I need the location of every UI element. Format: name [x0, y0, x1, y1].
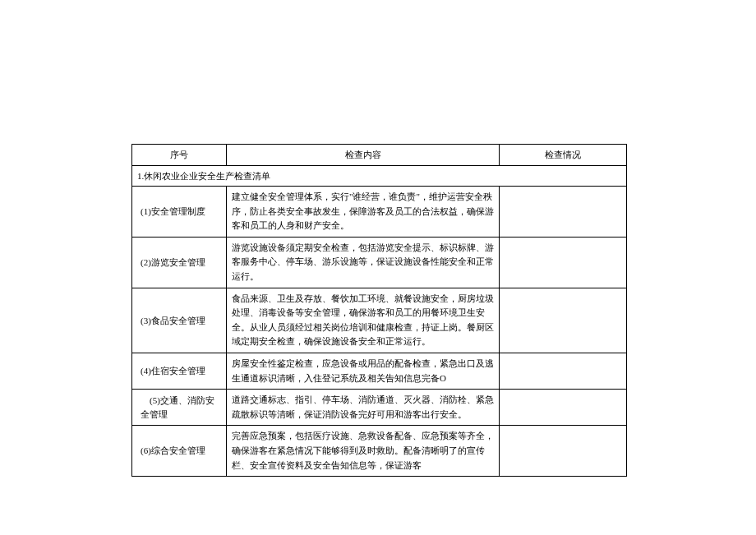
row-content: 道路交通标志、指引、停车场、消防通道、灭火器、消防栓、紧急疏散标识等清晰，保证消… — [227, 390, 500, 426]
row-status — [500, 353, 627, 389]
table-header-row: 序号 检查内容 检查情况 — [132, 145, 627, 166]
row-label: (5)交通、消防安全管理 — [132, 390, 227, 426]
table-row: (2)游览安全管理 游览设施设备须定期安全检查，包括游览安全提示、标识标牌、游客… — [132, 237, 627, 288]
table-row: (3)食品安全管理 食品来源、卫生及存放、餐饮加工环境、就餐设施安全，厨房垃圾处… — [132, 288, 627, 353]
row-label: (2)游览安全管理 — [132, 237, 227, 288]
row-content: 房屋安全性鉴定检查，应急设备或用品的配备检查，紧急出口及逃生通道标识清晰，入住登… — [227, 353, 500, 389]
table-row: (1)安全管理制度 建立健全安全管理体系，实行"谁经营，谁负责"，维护运营安全秩… — [132, 187, 627, 238]
row-label: (6)综合安全管理 — [132, 426, 227, 477]
section-header-row: 1.休闲农业企业安全生产检查清单 — [132, 165, 627, 187]
section-title: 1.休闲农业企业安全生产检查清单 — [132, 165, 627, 187]
row-content: 建立健全安全管理体系，实行"谁经营，谁负责"，维护运营安全秩序，防止各类安全事故… — [227, 187, 500, 238]
table-row: (4)住宿安全管理 房屋安全性鉴定检查，应急设备或用品的配备检查，紧急出口及逃生… — [132, 353, 627, 389]
header-col2: 检查内容 — [227, 145, 500, 166]
checklist-table-wrapper: 序号 检查内容 检查情况 1.休闲农业企业安全生产检查清单 (1)安全管理制度 … — [131, 144, 626, 477]
row-label: (4)住宿安全管理 — [132, 353, 227, 389]
header-col1: 序号 — [132, 145, 227, 166]
row-status — [500, 237, 627, 288]
row-status — [500, 426, 627, 477]
row-content: 完善应急预案，包括医疗设施、急救设备配备、应急预案等齐全，确保游客在紧急情况下能… — [227, 426, 500, 477]
row-status — [500, 187, 627, 238]
row-label: (1)安全管理制度 — [132, 187, 227, 238]
table-row: (6)综合安全管理 完善应急预案，包括医疗设施、急救设备配备、应急预案等齐全，确… — [132, 426, 627, 477]
checklist-table: 序号 检查内容 检查情况 1.休闲农业企业安全生产检查清单 (1)安全管理制度 … — [131, 144, 627, 477]
row-status — [500, 390, 627, 426]
row-content: 食品来源、卫生及存放、餐饮加工环境、就餐设施安全，厨房垃圾处理、消毒设备等安全管… — [227, 288, 500, 353]
row-label: (3)食品安全管理 — [132, 288, 227, 353]
row-status — [500, 288, 627, 353]
table-row: (5)交通、消防安全管理 道路交通标志、指引、停车场、消防通道、灭火器、消防栓、… — [132, 390, 627, 426]
row-content: 游览设施设备须定期安全检查，包括游览安全提示、标识标牌、游客服务中心、停车场、游… — [227, 237, 500, 288]
header-col3: 检查情况 — [500, 145, 627, 166]
